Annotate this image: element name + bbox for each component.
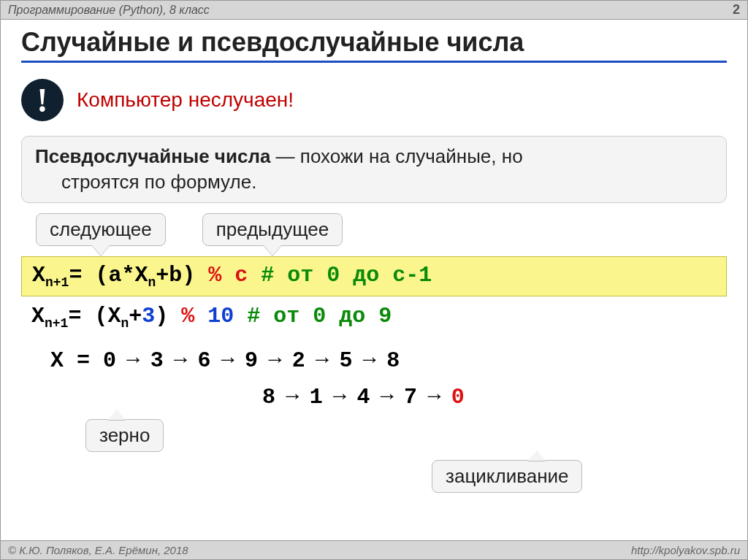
arrow-icon: →: [164, 347, 198, 371]
seq-v-loop: 0: [451, 385, 465, 410]
callout-seed: зерно: [85, 419, 164, 452]
tok: n+1: [45, 275, 69, 290]
tok: +b): [156, 263, 208, 288]
tok: = (a*X: [69, 263, 148, 288]
sequence-2: 8 → 1 → 4 → 7 → 0: [262, 383, 727, 410]
arrow-icon: →: [116, 347, 150, 371]
footer-url: http://kpolyakov.spb.ru: [631, 544, 740, 556]
sequence-1: X = 0 → 3 → 6 → 9 → 2 → 5 → 8: [50, 347, 727, 373]
tok: ): [155, 304, 181, 329]
seq-v: 4: [356, 385, 370, 410]
definition-rest-2: строятся по формуле.: [35, 169, 713, 195]
alert-text: Компьютер неслучаен!: [77, 88, 294, 112]
seq-v: 6: [197, 348, 210, 373]
arrow-icon: →: [305, 347, 340, 371]
tok: % c: [208, 263, 248, 288]
tok: %: [181, 304, 207, 329]
sequence-block: X = 0 → 3 → 6 → 9 → 2 → 5 → 8 8 → 1 → 4 …: [50, 347, 727, 410]
arrow-icon: →: [370, 383, 404, 407]
callouts-row: следующее предыдущее: [36, 213, 727, 246]
footer-bar: © К.Ю. Поляков, Е.А. Ерёмин, 2018 http:/…: [1, 540, 747, 559]
page-number: 2: [733, 2, 740, 18]
arrow-icon: →: [275, 383, 310, 407]
formula-general: Xn+1= (a*Xn+b) % c # от 0 до c-1: [21, 256, 727, 296]
page-title: Случайные и псевдослучайные числа: [21, 27, 727, 63]
alert-row: ! Компьютер неслучаен!: [21, 79, 727, 121]
tok: n: [121, 316, 129, 331]
seq-v: 9: [245, 348, 258, 373]
seq-v: 3: [150, 348, 164, 373]
callout-loop: зацикливание: [432, 460, 582, 493]
course-name: Программирование (Python), 8 класс: [8, 4, 210, 17]
seq-v: 0: [103, 348, 116, 373]
tok: n: [148, 275, 156, 290]
callout-seed-wrap: зерно: [85, 419, 164, 452]
seq-label: X =: [50, 348, 103, 373]
definition-term: Псевдослучайные числа: [35, 145, 270, 167]
definition-box: Псевдослучайные числа — похожи на случай…: [21, 136, 727, 203]
callout-loop-wrap: зацикливание: [432, 460, 582, 493]
header-bar: Программирование (Python), 8 класс 2: [1, 1, 747, 20]
arrow-icon: →: [258, 347, 292, 371]
seq-v: 7: [404, 385, 417, 410]
content-area: ! Компьютер неслучаен! Псевдослучайные ч…: [1, 66, 747, 410]
callout-next: следующее: [36, 213, 166, 246]
definition-rest-1: — похожи на случайные, но: [270, 145, 522, 167]
tok: 3: [142, 304, 155, 329]
arrow-icon: →: [323, 383, 357, 407]
seq-v: 5: [339, 348, 352, 373]
formula-example: Xn+1= (Xn+3) % 10 # от 0 до 9: [21, 296, 727, 334]
tok: X: [31, 304, 45, 329]
tok: +: [129, 304, 142, 329]
seq-v: 8: [386, 348, 400, 373]
tok: от 0 до 9: [273, 304, 392, 329]
tok: #: [234, 304, 273, 329]
callout-prev: предыдущее: [202, 213, 343, 246]
arrow-icon: →: [352, 347, 386, 371]
tok: = (X: [68, 304, 121, 329]
tok: n+1: [45, 316, 68, 331]
tok: # от 0 до c-1: [248, 263, 432, 288]
seq-v: 1: [310, 385, 323, 410]
arrow-icon: →: [210, 347, 245, 371]
exclamation-icon: !: [21, 79, 64, 121]
seq-v: 2: [292, 348, 305, 373]
tok: X: [32, 263, 45, 288]
footer-copyright: © К.Ю. Поляков, Е.А. Ерёмин, 2018: [8, 544, 188, 556]
seq-v: 8: [262, 385, 275, 410]
tok: 10: [207, 304, 234, 329]
arrow-icon: →: [417, 383, 451, 407]
